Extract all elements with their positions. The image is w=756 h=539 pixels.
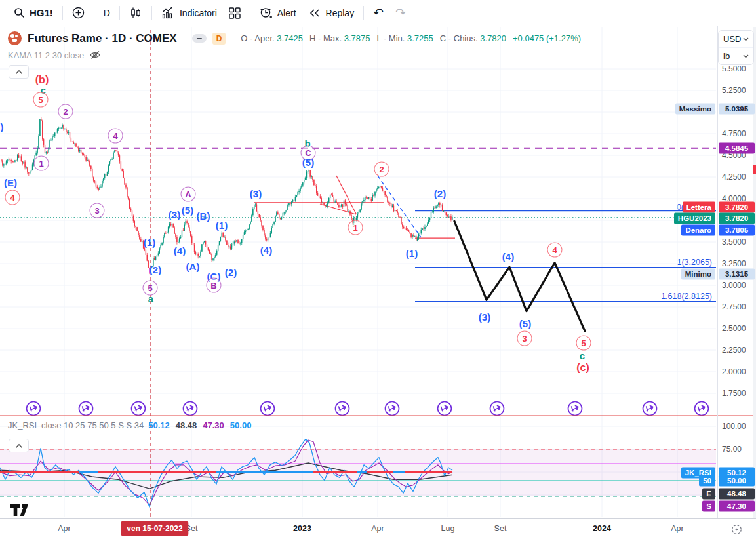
chevron-up-icon — [15, 70, 23, 75]
collapse-pill[interactable] — [192, 34, 207, 43]
contract-rollover-icon[interactable] — [27, 402, 41, 416]
contract-rollover-icon[interactable] — [184, 402, 197, 416]
symbol-name: HG1! — [30, 7, 53, 18]
price-tag-value: 48.48 — [719, 489, 755, 500]
elliott-wave-label[interactable]: (3) — [250, 188, 262, 199]
elliott-wave-label[interactable]: (3) — [169, 209, 180, 220]
replay-button[interactable]: Replay — [302, 3, 361, 23]
compare-add-button[interactable] — [66, 3, 90, 23]
elliott-wave-label[interactable]: (c) — [576, 362, 589, 374]
elliott-wave-label[interactable]: 2 — [58, 104, 73, 119]
elliott-wave-label[interactable]: A — [181, 187, 196, 202]
elliott-wave-label[interactable]: (3) — [479, 311, 490, 323]
unit-select[interactable]: lb — [719, 48, 753, 64]
toolbar-separator — [151, 6, 152, 20]
plus-circle-icon — [72, 7, 85, 19]
low-label: L - Min. — [377, 33, 405, 43]
minus-icon — [197, 38, 202, 39]
price-tag-name: 50 — [699, 475, 715, 487]
elliott-wave-label[interactable]: (2) — [149, 264, 161, 275]
contract-rollover-icon[interactable] — [695, 402, 709, 416]
contract-rollover-icon[interactable] — [132, 402, 146, 416]
elliott-wave-label[interactable]: (2) — [434, 188, 446, 199]
interval-button[interactable]: D — [98, 3, 116, 23]
toolbar-separator — [250, 6, 250, 20]
open-label: O - Aper. — [241, 33, 274, 43]
chart-legend[interactable]: Futures Rame · 1D · COMEX D O - Aper. 3.… — [8, 31, 581, 45]
elliott-wave-label[interactable]: 4 — [5, 190, 20, 205]
contract-rollover-icon[interactable] — [490, 402, 504, 416]
chevron-down-icon — [743, 37, 749, 41]
grid-layout-icon — [229, 7, 241, 19]
elliott-wave-label[interactable]: (B) — [197, 210, 210, 222]
layout-grid-button[interactable] — [223, 3, 247, 23]
indicator-legend-jkrsi[interactable]: JK_RSI close 10 25 75 50 5 S S 34 50.124… — [8, 420, 257, 430]
elliott-wave-label[interactable]: 3 — [90, 203, 105, 218]
time-label: Set — [494, 524, 507, 533]
contract-rollover-icon[interactable] — [79, 402, 93, 416]
indicator-legend-kama[interactable]: KAMA 11 2 30 close — [8, 50, 102, 60]
elliott-wave-label[interactable]: (5) — [182, 205, 193, 216]
search-icon — [14, 7, 25, 18]
symbol-search[interactable]: HG1! — [8, 3, 59, 23]
jkrsi-value: 48.48 — [176, 420, 197, 430]
elliott-wave-label[interactable]: 2 — [374, 162, 389, 177]
elliott-wave-label[interactable]: 3 — [517, 331, 532, 346]
elliott-wave-label[interactable]: 1 — [34, 156, 49, 171]
elliott-wave-label[interactable]: a — [148, 293, 153, 304]
elliott-wave-label[interactable]: B — [207, 278, 222, 293]
elliott-wave-label[interactable]: (4) — [174, 245, 186, 256]
undo-button[interactable]: ↶ — [367, 3, 389, 23]
chart-title: Futures Rame · 1D · COMEX — [28, 32, 177, 45]
contract-rollover-icon[interactable] — [643, 402, 657, 416]
contract-rollover-icon[interactable] — [261, 402, 275, 416]
elliott-wave-label[interactable]: (1) — [144, 237, 155, 248]
chevron-up-icon — [15, 443, 23, 449]
elliott-wave-label[interactable]: 5 — [33, 92, 49, 108]
elliott-wave-label[interactable]: (4) — [260, 245, 272, 256]
elliott-wave-label[interactable]: (1) — [406, 248, 418, 259]
eye-off-icon[interactable] — [89, 50, 102, 60]
elliott-wave-label[interactable]: 5 — [576, 336, 591, 351]
elliott-wave-label[interactable]: 4 — [108, 129, 123, 144]
elliott-wave-label[interactable]: c — [580, 350, 585, 361]
elliott-wave-label[interactable]: (5) — [519, 318, 531, 329]
elliott-wave-label[interactable]: 4 — [547, 243, 563, 258]
contract-rollover-icon[interactable] — [568, 402, 582, 416]
redo-icon: ↷ — [395, 5, 406, 20]
time-label: Apr — [371, 524, 384, 533]
jkrsi-params: close 10 25 75 50 5 S S 34 — [41, 420, 144, 430]
elliott-wave-label[interactable]: ) — [1, 121, 4, 132]
indicators-button[interactable]: Indicatori — [155, 3, 223, 23]
scale-settings-icon[interactable] — [729, 522, 744, 536]
elliott-wave-label[interactable]: (2) — [225, 267, 237, 278]
elliott-wave-label[interactable]: (4) — [502, 251, 514, 262]
elliott-wave-label[interactable]: 1 — [348, 220, 363, 235]
elliott-wave-label[interactable]: (1) — [216, 220, 228, 231]
alert-button[interactable]: Alert — [254, 3, 302, 23]
close-value: 3.7820 — [480, 33, 506, 43]
chart-style-button[interactable] — [123, 3, 148, 23]
contract-rollover-icon[interactable] — [438, 402, 452, 416]
crosshair-date-badge: ven 15-07-2022 — [121, 521, 188, 536]
elliott-wave-label[interactable]: (E) — [4, 177, 17, 188]
open-value: 3.7425 — [277, 33, 303, 43]
collapse-rsi-pane-button[interactable] — [9, 439, 29, 452]
chart-canvas[interactable] — [0, 0, 756, 539]
jkrsi-value: 47.30 — [203, 420, 224, 430]
instrument-logo — [8, 31, 22, 45]
price-tag-name: E — [702, 489, 715, 500]
time-scale[interactable]: AprSet2023AprLugSet2024Aprven 15-07-2022 — [0, 518, 756, 539]
contract-rollover-icon[interactable] — [336, 402, 349, 416]
price-tag-name: Lettera — [683, 202, 715, 213]
elliott-wave-label[interactable]: (5) — [302, 157, 314, 168]
redo-button[interactable]: ↷ — [389, 3, 412, 23]
candlestick-style-icon — [129, 7, 142, 20]
currency-select[interactable]: USD — [719, 31, 753, 48]
price-tag-name: Denaro — [681, 225, 715, 236]
collapse-main-pane-button[interactable] — [9, 65, 29, 79]
elliott-wave-label[interactable]: (A) — [186, 261, 200, 272]
price-tag-name: HGU2023 — [674, 213, 715, 224]
contract-rollover-icon[interactable] — [386, 402, 399, 416]
price-tag-value: 5.0395 — [719, 103, 755, 114]
